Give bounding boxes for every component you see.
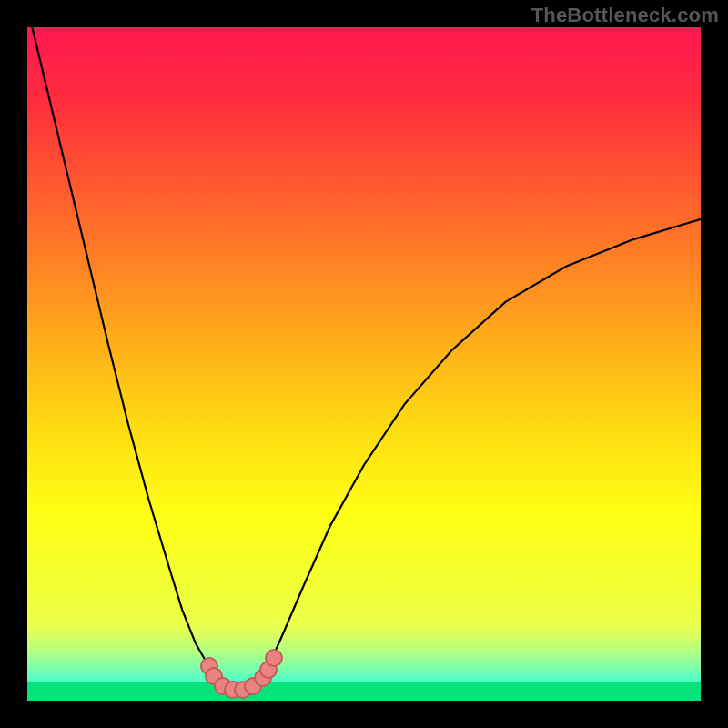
plot-area <box>27 27 701 701</box>
watermark-text: TheBottleneck.com <box>531 4 719 27</box>
chart-frame: TheBottleneck.com <box>0 0 728 728</box>
markers-layer <box>27 27 701 701</box>
highlight-marker <box>265 649 283 667</box>
